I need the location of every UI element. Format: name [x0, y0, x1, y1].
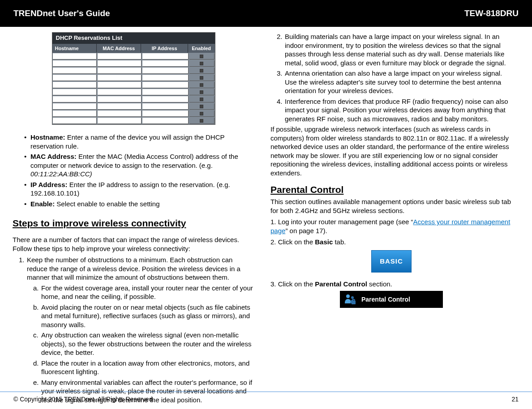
upgrade-paragraph: If possible, upgrade wireless network in… [270, 125, 512, 177]
table-row [52, 117, 215, 124]
checkbox-icon [200, 90, 203, 94]
page-footer: © Copyright 2015 TRENDnet. All Rights Re… [0, 392, 532, 403]
substep-d: d.Place the router in a location away fr… [33, 359, 254, 376]
table-row [52, 96, 215, 103]
substep-c: c.Any obstruction can weaken the wireles… [33, 331, 254, 357]
page-number: 21 [511, 396, 519, 403]
checkbox-icon [200, 55, 203, 58]
substep-a: a.For the widest coverage area, install … [33, 284, 254, 301]
table-row [52, 110, 215, 117]
table-row [52, 103, 215, 110]
content-area: DHCP Reservations List Hostname MAC Addr… [0, 27, 532, 376]
col-ip: IP Address [141, 44, 188, 53]
svg-point-1 [351, 296, 354, 299]
table-row [52, 74, 215, 81]
parental-step-3: 3. Click on the Parental Control section… [270, 280, 512, 289]
table-row [52, 60, 215, 67]
substeps: a.For the widest coverage area, install … [27, 284, 254, 405]
def-ip: IP Address: Enter the IP address to assi… [24, 180, 254, 198]
steps-intro: There are a number of factors that can i… [13, 235, 254, 253]
steps-list: 1.Keep the number of obstructions to a m… [13, 256, 254, 404]
parental-step-1: 1. Log into your router management page … [270, 217, 512, 235]
step-2: 2.Building materials can have a large im… [277, 32, 512, 67]
table-row [52, 81, 215, 89]
parental-step-2: 2. Click on the Basic tab. [270, 238, 512, 247]
parental-intro: This section outlines available manageme… [270, 197, 512, 215]
substep-b: b.Avoid placing the router on or near me… [33, 303, 254, 329]
parental-control-image: Parental Control [340, 291, 443, 308]
checkbox-icon [200, 105, 203, 108]
left-column: DHCP Reservations List Hostname MAC Addr… [13, 32, 262, 376]
checkbox-icon [200, 69, 203, 72]
field-definitions: Hostname: Enter a name of the device you… [13, 133, 254, 208]
table-row [52, 67, 215, 74]
copyright: © Copyright 2015 TRENDnet. All Rights Re… [13, 396, 154, 403]
def-hostname: Hostname: Enter a name of the device you… [24, 133, 254, 150]
table-row [52, 53, 215, 60]
checkbox-icon [200, 62, 203, 65]
def-mac: MAC Address: Enter the MAC (Media Access… [24, 152, 254, 179]
checkbox-icon [200, 119, 203, 123]
steps-list-cont: 2.Building materials can have a large im… [270, 32, 512, 123]
checkbox-icon [200, 83, 203, 87]
dhcp-table-title: DHCP Reservations List [52, 33, 215, 44]
guide-title: TRENDnet User's Guide [13, 9, 110, 18]
basic-tab-image: BASIC [371, 250, 412, 273]
svg-point-0 [346, 294, 350, 298]
checkbox-icon [200, 76, 203, 80]
parental-btn-label: Parental Control [361, 295, 410, 303]
step-3: 3.Antenna orientation can also have a la… [277, 69, 512, 95]
table-row [52, 89, 215, 96]
page-header: TRENDnet User's Guide TEW-818DRU [0, 0, 532, 27]
step-1: 1.Keep the number of obstructions to a m… [19, 256, 254, 404]
checkbox-icon [200, 112, 203, 115]
step-4: 4.Interference from devices that produce… [277, 97, 512, 124]
basic-label: BASIC [380, 257, 403, 266]
col-hostname: Hostname [52, 44, 97, 53]
def-enable: Enable: Select enable to enable the sett… [24, 200, 254, 209]
parental-heading: Parental Control [270, 183, 512, 196]
steps-heading: Steps to improve wireless connectivity [13, 217, 254, 229]
checkbox-icon [200, 98, 203, 101]
dhcp-table-header: Hostname MAC Address IP Address Enabled [52, 44, 215, 53]
col-enabled: Enabled [188, 44, 215, 53]
dhcp-table-body [52, 53, 215, 124]
right-column: 2.Building materials can have a large im… [262, 32, 512, 376]
parental-control-icon [343, 293, 357, 306]
dhcp-reservations-screenshot: DHCP Reservations List Hostname MAC Addr… [52, 32, 215, 125]
model-number: TEW-818DRU [464, 9, 519, 18]
col-mac: MAC Address [97, 44, 141, 53]
